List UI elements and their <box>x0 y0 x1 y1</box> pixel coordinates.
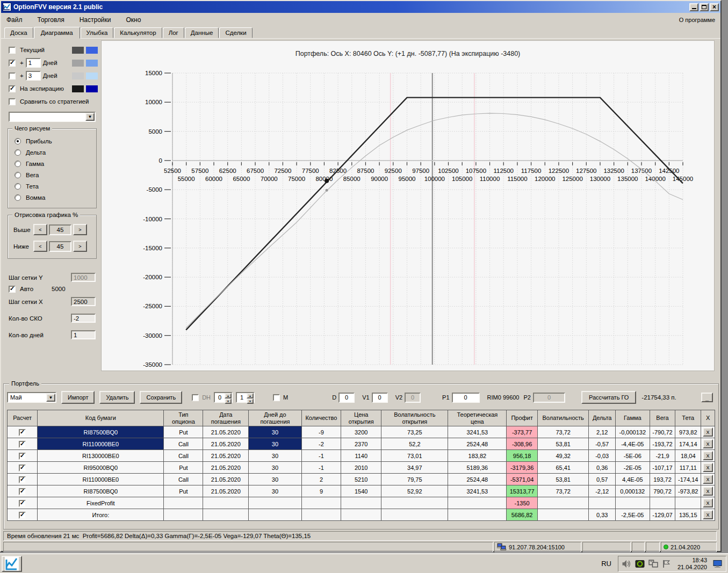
radio-option-Вега[interactable]: Вега <box>15 172 96 178</box>
radio-option-Вомма[interactable]: Вомма <box>15 194 96 201</box>
remove-row-button[interactable]: X <box>703 439 713 448</box>
flag-icon[interactable] <box>662 560 672 568</box>
row-checkbox[interactable] <box>19 441 26 448</box>
m-checkbox[interactable] <box>273 394 280 401</box>
delete-button[interactable]: Удалить <box>99 391 135 404</box>
chevron-down-icon[interactable]: ▼ <box>46 394 55 402</box>
remove-row-button[interactable]: X <box>703 510 713 519</box>
current-checkbox[interactable] <box>9 47 16 54</box>
compare-checkbox[interactable] <box>9 98 16 105</box>
plus3-days-input[interactable] <box>26 71 41 81</box>
strategy-dropdown[interactable]: ▼ <box>9 112 96 122</box>
column-header[interactable]: Дельта <box>589 410 616 426</box>
column-header[interactable]: Волатильность <box>537 410 588 426</box>
radio-icon[interactable] <box>15 172 21 178</box>
plus1-checkbox[interactable] <box>9 60 16 67</box>
radio-icon[interactable] <box>15 194 21 201</box>
column-header[interactable]: X <box>701 410 715 426</box>
titlebar[interactable]: OptionFVV версия 2.1 public × <box>1 1 720 13</box>
radio-option-Дельта[interactable]: Дельта <box>15 149 96 156</box>
minimize-button[interactable] <box>689 3 698 11</box>
grid-x-input[interactable] <box>71 297 96 306</box>
spin-down-icon[interactable]: ▼ <box>247 398 254 404</box>
radio-icon[interactable] <box>15 149 21 156</box>
taskbar-app-button[interactable] <box>2 556 22 572</box>
row-checkbox[interactable] <box>19 500 26 507</box>
remove-row-button[interactable]: X <box>703 498 713 507</box>
render-percent-value[interactable]: 45 <box>49 241 71 252</box>
spin-up-icon[interactable]: ▲ <box>225 393 232 398</box>
menu-settings[interactable]: Настройки <box>80 16 111 24</box>
remove-row-button[interactable]: X <box>703 475 713 484</box>
increase-button[interactable]: > <box>73 241 87 252</box>
menu-file[interactable]: Файл <box>6 16 23 24</box>
column-header[interactable]: Цена открытия <box>341 410 381 426</box>
row-checkbox[interactable] <box>19 429 26 436</box>
maximize-button[interactable] <box>700 3 709 11</box>
tab-Диаграмма[interactable]: Диаграмма <box>34 27 80 39</box>
expiry-checkbox[interactable] <box>9 85 16 92</box>
decrease-button[interactable]: < <box>33 241 47 252</box>
dh-spinner-2[interactable]: 1 ▲▼ <box>236 392 255 403</box>
column-header[interactable]: Вега <box>650 410 675 426</box>
radio-option-Прибыль[interactable]: Прибыль <box>15 138 96 144</box>
tray-clock[interactable]: 18:43 21.04.2020 <box>675 557 709 571</box>
row-checkbox[interactable] <box>19 512 26 519</box>
remove-row-button[interactable]: X <box>703 427 713 437</box>
row-checkbox[interactable] <box>19 453 26 460</box>
save-button[interactable]: Сохранить <box>140 391 182 404</box>
p1-field[interactable]: 0 <box>452 393 480 403</box>
dh-spinner-1[interactable]: 0 ▲▼ <box>214 392 233 403</box>
column-header[interactable]: Волатильность открытия <box>381 410 448 426</box>
v1-field[interactable]: 0 <box>372 393 388 403</box>
tab-Улыбка[interactable]: Улыбка <box>81 27 114 38</box>
remove-row-button[interactable]: X <box>703 463 713 472</box>
menu-trading[interactable]: Торговля <box>38 16 64 24</box>
menu-about[interactable]: О программе <box>679 17 715 23</box>
column-header[interactable]: Профит <box>507 410 538 426</box>
dh-checkbox[interactable] <box>192 394 199 401</box>
calc-go-button[interactable]: Рассчитать ГО <box>581 391 636 404</box>
auto-checkbox[interactable] <box>9 286 16 293</box>
plus3-checkbox[interactable] <box>9 72 16 79</box>
nvidia-icon[interactable] <box>635 560 645 568</box>
column-header[interactable]: Расчет <box>8 410 38 426</box>
language-indicator[interactable]: RU <box>601 560 611 568</box>
radio-option-Тета[interactable]: Тета <box>15 183 96 190</box>
decrease-button[interactable]: < <box>33 224 47 235</box>
collapse-button[interactable]: _ <box>701 393 713 402</box>
row-checkbox[interactable] <box>19 488 26 495</box>
menu-window[interactable]: Окно <box>126 16 141 24</box>
column-header[interactable]: Тип опциона <box>164 410 203 426</box>
row-checkbox[interactable] <box>19 476 26 483</box>
column-header[interactable]: Дней до погашения <box>249 410 301 426</box>
radio-option-Гамма[interactable]: Гамма <box>15 161 96 167</box>
import-button[interactable]: Импорт <box>61 391 95 404</box>
plus1-days-input[interactable] <box>26 58 41 68</box>
close-button[interactable]: × <box>710 3 719 11</box>
column-header[interactable]: Теоретическая цена <box>448 410 507 426</box>
radio-icon[interactable] <box>15 138 21 144</box>
days-count-input[interactable] <box>71 330 96 339</box>
month-dropdown[interactable]: Май ▼ <box>7 392 56 403</box>
column-header[interactable]: Гамма <box>616 410 650 426</box>
tab-Калькулятор[interactable]: Калькулятор <box>114 27 162 38</box>
spin-up-icon[interactable]: ▲ <box>247 393 254 398</box>
column-header[interactable]: Код бумаги <box>38 410 164 426</box>
render-percent-value[interactable]: 45 <box>49 224 71 235</box>
volume-icon[interactable] <box>622 560 631 568</box>
column-header[interactable]: Дата погашения <box>203 410 249 426</box>
network-plug-icon[interactable] <box>648 560 658 568</box>
radio-icon[interactable] <box>15 183 21 190</box>
remove-row-button[interactable]: X <box>703 451 713 460</box>
tab-Доска[interactable]: Доска <box>4 27 33 38</box>
radio-icon[interactable] <box>15 161 21 167</box>
remove-row-button[interactable]: X <box>703 487 713 496</box>
chevron-down-icon[interactable]: ▼ <box>85 113 95 121</box>
sko-input[interactable] <box>71 314 96 323</box>
column-header[interactable]: Количество <box>301 410 341 426</box>
row-checkbox[interactable] <box>19 465 26 472</box>
d-field[interactable]: 0 <box>338 393 355 403</box>
spin-down-icon[interactable]: ▼ <box>225 398 232 404</box>
increase-button[interactable]: > <box>73 224 87 235</box>
